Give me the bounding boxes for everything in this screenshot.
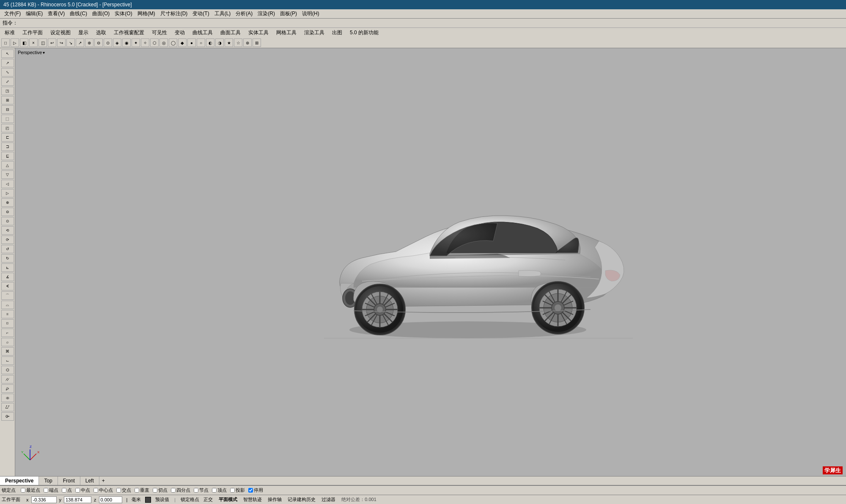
toolbar-btn-23[interactable]: ◑ xyxy=(215,38,224,47)
left-toolbar-btn-38[interactable]: ⌰ xyxy=(1,403,14,411)
snap-checkbox-0[interactable] xyxy=(21,488,25,493)
toolbar-tab-layout[interactable]: 出图 xyxy=(328,28,346,38)
left-toolbar-btn-29[interactable]: ⌑ xyxy=(1,319,14,328)
snap-checkbox-7[interactable] xyxy=(153,488,157,493)
toolbar-btn-7[interactable]: ↘ xyxy=(66,38,75,47)
toolbar-btn-9[interactable]: ⊕ xyxy=(85,38,93,47)
left-toolbar-btn-30[interactable]: ⌐ xyxy=(1,329,14,337)
left-toolbar-btn-23[interactable]: ⊾ xyxy=(1,263,14,272)
y-value[interactable] xyxy=(64,496,91,503)
toolbar-btn-24[interactable]: ★ xyxy=(225,38,233,47)
snap-wrap-5[interactable]: 交点 xyxy=(116,487,131,493)
toolbar-btn-26[interactable]: ⊛ xyxy=(243,38,252,47)
left-toolbar-btn-12[interactable]: △ xyxy=(1,161,14,170)
toolbar-tab-workplane[interactable]: 工作平面 xyxy=(19,28,47,38)
toolbar-btn-25[interactable]: ☆ xyxy=(234,38,242,47)
left-toolbar-btn-0[interactable]: ↖ xyxy=(1,49,14,58)
snap-wrap-8[interactable]: 四分点 xyxy=(171,487,190,493)
left-toolbar-btn-31[interactable]: ⌕ xyxy=(1,338,14,346)
toolbar-tab-curvetool[interactable]: 曲线工具 xyxy=(189,28,217,38)
left-toolbar-btn-39[interactable]: ⌱ xyxy=(1,412,14,421)
toolbar-btn-27[interactable]: ⊞ xyxy=(253,38,261,47)
left-toolbar-btn-4[interactable]: ◳ xyxy=(1,87,14,95)
left-toolbar-btn-36[interactable]: ⌮ xyxy=(1,384,14,393)
toolbar-btn-17[interactable]: ◎ xyxy=(159,38,168,47)
viewport-tab-front[interactable]: Front xyxy=(58,477,80,485)
lock-grid[interactable]: 锁定格点 xyxy=(181,496,199,503)
menu-item-curve[interactable]: 曲线(C) xyxy=(67,9,90,18)
snap-checkbox-10[interactable] xyxy=(212,488,217,493)
left-toolbar-btn-22[interactable]: ↻ xyxy=(1,254,14,263)
left-toolbar-btn-7[interactable]: ⬚ xyxy=(1,115,14,123)
left-toolbar-btn-37[interactable]: ⌯ xyxy=(1,394,14,402)
left-toolbar-btn-2[interactable]: ⤡ xyxy=(1,68,14,77)
ortho-btn[interactable]: 正交 xyxy=(203,496,213,503)
left-toolbar-btn-1[interactable]: ↗ xyxy=(1,59,14,67)
toolbar-tab-meshtool[interactable]: 网格工具 xyxy=(272,28,300,38)
left-toolbar-btn-18[interactable]: ⊙ xyxy=(1,217,14,225)
snap-wrap-1[interactable]: 端点 xyxy=(44,487,58,493)
snap-wrap-2[interactable]: 点 xyxy=(62,487,72,493)
left-toolbar-btn-5[interactable]: ⊞ xyxy=(1,96,14,104)
toolbar-tab-visibility[interactable]: 可见性 xyxy=(148,28,171,38)
left-toolbar-btn-28[interactable]: ⌗ xyxy=(1,310,14,318)
toolbar-btn-10[interactable]: ⊖ xyxy=(94,38,103,47)
z-value[interactable] xyxy=(99,496,122,503)
snap-wrap-0[interactable]: 最近点 xyxy=(21,487,40,493)
snap-wrap-9[interactable]: 节点 xyxy=(194,487,209,493)
snap-wrap-12[interactable]: 停用 xyxy=(248,487,263,493)
toolbar-btn-6[interactable]: ↪ xyxy=(57,38,66,47)
snap-wrap-4[interactable]: 中心点 xyxy=(93,487,113,493)
color-swatch[interactable] xyxy=(145,497,151,503)
left-toolbar-btn-8[interactable]: ◰ xyxy=(1,124,14,132)
left-toolbar-btn-24[interactable]: ∡ xyxy=(1,273,14,281)
menu-item-surface[interactable]: 曲面(O) xyxy=(90,9,112,18)
menu-item-render[interactable]: 渲染(R) xyxy=(255,9,277,18)
snap-wrap-6[interactable]: 垂直 xyxy=(135,487,149,493)
left-toolbar-btn-11[interactable]: ⊑ xyxy=(1,152,14,160)
toolbar-tab-select[interactable]: 选取 xyxy=(92,28,110,38)
snap-checkbox-12[interactable] xyxy=(248,488,253,493)
viewport-tab-perspective[interactable]: Perspective xyxy=(0,477,39,485)
snap-checkbox-1[interactable] xyxy=(44,488,48,493)
toolbar-btn-4[interactable]: ◫ xyxy=(38,38,47,47)
viewport-tab-add[interactable]: + xyxy=(99,477,107,485)
left-toolbar-btn-9[interactable]: ⊏ xyxy=(1,133,14,142)
left-toolbar-btn-35[interactable]: ⌭ xyxy=(1,375,14,383)
viewport[interactable]: Perspective xyxy=(15,48,846,476)
toolbar-btn-16[interactable]: ⬡ xyxy=(150,38,159,47)
left-toolbar-btn-3[interactable]: ⤢ xyxy=(1,77,14,86)
filter-btn[interactable]: 过滤器 xyxy=(321,496,335,503)
toolbar-tab-setview[interactable]: 设定视图 xyxy=(47,28,74,38)
left-toolbar-btn-32[interactable]: ⌘ xyxy=(1,347,14,356)
menu-item-transform[interactable]: 变动(T) xyxy=(190,9,212,18)
toolbar-btn-1[interactable]: ▷ xyxy=(11,38,19,47)
snap-checkbox-2[interactable] xyxy=(62,488,66,493)
left-toolbar-btn-13[interactable]: ▽ xyxy=(1,170,14,179)
left-toolbar-btn-20[interactable]: ⟳ xyxy=(1,236,14,244)
menu-item-mesh[interactable]: 网格(M) xyxy=(135,9,158,18)
record-history-btn[interactable]: 记录建构历史 xyxy=(288,496,316,503)
command-line[interactable]: 指令： xyxy=(0,19,846,28)
left-toolbar-btn-26[interactable]: ⌒ xyxy=(1,291,14,300)
snap-wrap-10[interactable]: 顶点 xyxy=(212,487,227,493)
toolbar-btn-2[interactable]: ◧ xyxy=(20,38,28,47)
toolbar-tab-new50[interactable]: 5.0 的新功能 xyxy=(346,28,382,38)
snap-checkbox-6[interactable] xyxy=(135,488,139,493)
smart-track-btn[interactable]: 智慧轨迹 xyxy=(243,496,262,503)
viewport-tab-left[interactable]: Left xyxy=(80,477,99,485)
left-toolbar-btn-19[interactable]: ⟲ xyxy=(1,226,14,235)
left-toolbar-btn-10[interactable]: ⊐ xyxy=(1,142,14,151)
command-input[interactable] xyxy=(18,20,843,26)
toolbar-btn-3[interactable]: × xyxy=(29,38,38,47)
toolbar-btn-13[interactable]: ◉ xyxy=(122,38,131,47)
menu-item-view[interactable]: 查看(V) xyxy=(45,9,67,18)
toolbar-btn-18[interactable]: ◯ xyxy=(169,38,177,47)
snap-wrap-3[interactable]: 中点 xyxy=(75,487,90,493)
left-toolbar-btn-21[interactable]: ↺ xyxy=(1,245,14,253)
viewport-label[interactable]: Perspective xyxy=(18,50,45,55)
left-toolbar-btn-16[interactable]: ⊕ xyxy=(1,198,14,207)
snap-checkbox-8[interactable] xyxy=(171,488,176,493)
menu-item-help[interactable]: 说明(H) xyxy=(299,9,322,18)
toolbar-tab-solidtool[interactable]: 实体工具 xyxy=(244,28,272,38)
